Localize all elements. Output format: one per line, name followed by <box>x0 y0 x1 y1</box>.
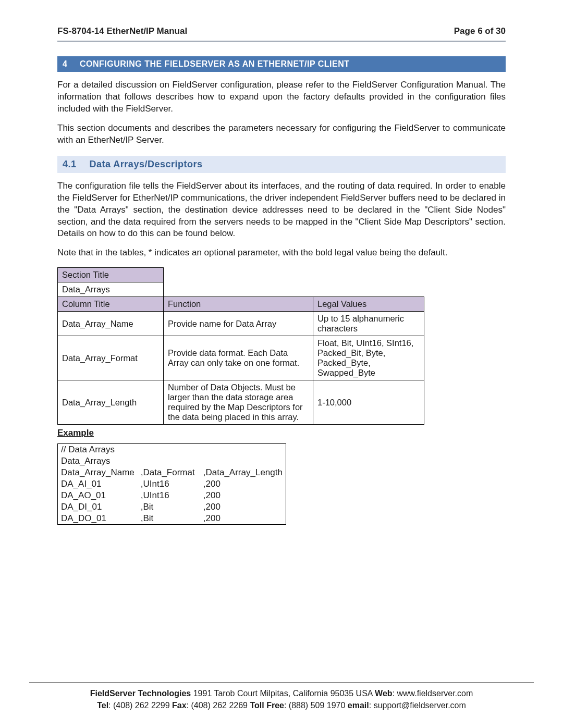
cell-column: Data_Array_Length <box>58 380 164 425</box>
footer-fax: : (408) 262 2269 <box>187 701 250 710</box>
table-row: Data_Array_Length Number of Data Objects… <box>58 380 424 425</box>
section-number: 4 <box>63 59 77 69</box>
example-cell: ,200 <box>200 478 286 490</box>
example-label: Example <box>57 428 506 438</box>
cell-column: Data_Array_Name <box>58 312 164 336</box>
example-row: DA_AO_01 ,UInt16 ,200 <box>58 490 286 501</box>
example-table: // Data Arrays Data_Arrays Data_Array_Na… <box>57 443 286 525</box>
footer-toll: : (888) 509 1970 <box>284 701 348 710</box>
subsection-title: Data Arrays/Descriptors <box>90 159 203 169</box>
example-header: Data_Array_Name <box>58 467 138 478</box>
example-cell: ,200 <box>200 513 286 525</box>
table-row: Data_Array_Name Provide name for Data Ar… <box>58 312 424 336</box>
cell-column: Data_Array_Format <box>58 336 164 380</box>
paragraph-4: Note that in the tables, * indicates an … <box>57 247 506 259</box>
paragraph-1: For a detailed discussion on FieldServer… <box>57 79 506 115</box>
section-title-label: Section Title <box>58 268 164 282</box>
cell-function: Provide data format. Each Data Array can… <box>164 336 313 380</box>
cell-function: Number of Data Objects. Must be larger t… <box>164 380 313 425</box>
example-row: DA_DI_01 ,Bit ,200 <box>58 501 286 513</box>
footer-fax-label: Fax <box>172 701 187 710</box>
example-cell: DA_DI_01 <box>58 501 138 513</box>
section-heading: 4 CONFIGURING THE FIELDSERVER AS AN ETHE… <box>57 56 506 72</box>
blank-cell <box>164 282 424 297</box>
subsection-heading: 4.1 Data Arrays/Descriptors <box>57 156 506 173</box>
example-cell: ,200 <box>200 501 286 513</box>
example-comment: // Data Arrays <box>58 444 286 456</box>
cell-legal: 1-10,000 <box>313 380 424 425</box>
footer-address: 1991 Tarob Court Milpitas, California 95… <box>191 689 375 698</box>
example-cell: ,Bit <box>138 501 200 513</box>
blank-cell <box>164 268 424 282</box>
paragraph-2: This section documents and describes the… <box>57 122 506 146</box>
example-cell: ,UInt16 <box>138 478 200 490</box>
header-column-title: Column Title <box>58 297 164 312</box>
footer-tel-label: Tel <box>97 701 108 710</box>
example-section: Data_Arrays <box>58 455 286 467</box>
footer-line-2: Tel: (408) 262 2299 Fax: (408) 262 2269 … <box>29 700 534 711</box>
example-header: ,Data_Array_Length <box>200 467 286 478</box>
example-cell: DA_AI_01 <box>58 478 138 490</box>
page: FS-8704-14 EtherNet/IP Manual Page 6 of … <box>0 0 563 728</box>
footer-email-label: email <box>348 701 369 710</box>
subsection-number: 4.1 <box>63 159 87 170</box>
doc-title: FS-8704-14 EtherNet/IP Manual <box>57 26 187 36</box>
cell-legal: Up to 15 alphanumeric characters <box>313 312 424 336</box>
footer-line-1: FieldServer Technologies 1991 Tarob Cour… <box>29 688 534 699</box>
cell-function: Provide name for Data Array <box>164 312 313 336</box>
footer-tel: : (408) 262 2299 <box>108 701 172 710</box>
header-function: Function <box>164 297 313 312</box>
example-cell: DA_AO_01 <box>58 490 138 501</box>
example-row: DA_AI_01 ,UInt16 ,200 <box>58 478 286 490</box>
page-header: FS-8704-14 EtherNet/IP Manual Page 6 of … <box>57 26 506 42</box>
section-title: CONFIGURING THE FIELDSERVER AS AN ETHERN… <box>80 59 350 68</box>
table-row: Data_Array_Format Provide data format. E… <box>58 336 424 380</box>
section-title-value: Data_Arrays <box>58 282 164 297</box>
example-header: ,Data_Format <box>138 467 200 478</box>
example-cell: DA_DO_01 <box>58 513 138 525</box>
footer-web: : www.fieldserver.com <box>393 689 473 698</box>
footer-toll-label: Toll Free <box>250 701 284 710</box>
page-number: Page 6 of 30 <box>454 26 506 36</box>
example-cell: ,200 <box>200 490 286 501</box>
example-cell: ,Bit <box>138 513 200 525</box>
example-cell: ,UInt16 <box>138 490 200 501</box>
example-row: DA_DO_01 ,Bit ,200 <box>58 513 286 525</box>
paragraph-3: The configuration file tells the FieldSe… <box>57 180 506 240</box>
header-legal-values: Legal Values <box>313 297 424 312</box>
footer-email: : support@fieldserver.com <box>369 701 466 710</box>
cell-legal: Float, Bit, UInt16, SInt16, Packed_Bit, … <box>313 336 424 380</box>
footer-company: FieldServer Technologies <box>90 689 191 698</box>
page-footer: FieldServer Technologies 1991 Tarob Cour… <box>29 682 534 711</box>
parameter-table: Section Title Data_Arrays Column Title F… <box>57 267 424 425</box>
footer-web-label: Web <box>375 689 392 698</box>
